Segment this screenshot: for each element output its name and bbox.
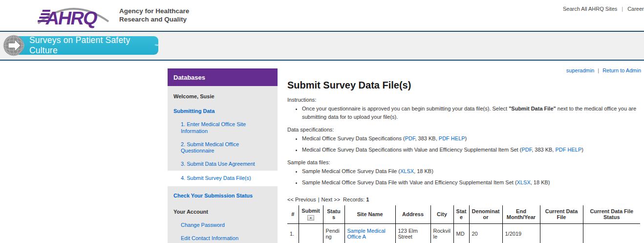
sample-files-list: Sample Medical Office Survey Data File (… — [287, 167, 641, 186]
ahrq-logo-icon: AHRQ — [35, 2, 113, 29]
sidebar-item-submitting-data[interactable]: Submitting Data — [168, 105, 278, 118]
admin-bar-divider: | — [598, 67, 599, 73]
sidebar-item-edit-contact-info[interactable]: Edit Contact Information — [168, 232, 278, 243]
main-content: superadmin|Return to Admin Submit Survey… — [287, 67, 641, 243]
sidebar-item-enter-site-info[interactable]: 1. Enter Medical Office Site Information — [168, 118, 278, 137]
column-header-denominator: Denominator — [469, 205, 502, 223]
sidebar-welcome-text: Welcome, Susie — [168, 89, 278, 103]
sidebar-nav: Databases Welcome, Susie Submitting Data… — [168, 68, 278, 243]
ahrq-tagline: Agency for Healthcare Research and Quali… — [119, 7, 189, 24]
change-password-link[interactable]: Change Password — [181, 222, 225, 228]
submit-questionnaire-link[interactable]: 2. Submit Medical Office Questionnaire — [181, 141, 239, 154]
sidebar-item-change-password[interactable]: Change Password — [168, 219, 278, 232]
sidebar-item-submit-dua[interactable]: 3. Submit Data Use Agreement — [168, 157, 278, 171]
xlsx-link[interactable]: XLSX — [400, 168, 414, 174]
column-header-submit: Submit▲ — [299, 205, 323, 223]
cell-site-name: Sample Medical Office A — [344, 223, 395, 243]
sops-banner-title: Surveys on Patient Safety Culture™ — [15, 36, 158, 55]
cell-address: 123 Elm Street — [395, 223, 430, 243]
data-specs-item: Medical Office Survey Data Specification… — [302, 134, 641, 143]
table-row: 1. Pending Sample Medical Office A 123 E… — [287, 223, 640, 243]
sidebar-header-databases: Databases — [168, 68, 278, 86]
column-header-end-month-year: End Month/Year — [502, 205, 540, 223]
sidebar-body: Welcome, Susie Submitting Data 1. Enter … — [168, 86, 278, 243]
column-header-state: State — [453, 205, 469, 223]
submit-dua-link[interactable]: 3. Submit Data Use Agreement — [181, 161, 255, 167]
superadmin-link[interactable]: superadmin — [566, 67, 594, 73]
cell-current-data-file — [540, 223, 583, 243]
records-count: 1 — [366, 197, 369, 202]
column-header-address: Address — [395, 205, 430, 223]
header-utility-links: Search All AHRQ Sites|Careers|C — [563, 6, 644, 12]
search-all-ahrq-sites-link[interactable]: Search All AHRQ Sites — [563, 6, 617, 12]
cell-city: Rockville — [430, 223, 453, 243]
top-header: AHRQ Agency for Healthcare Research and … — [0, 0, 644, 32]
pagination-divider: | — [318, 197, 320, 202]
pdf-link[interactable]: PDF — [405, 135, 415, 141]
svg-text:AHRQ: AHRQ — [44, 7, 99, 28]
sops-banner-band: Surveys on Patient Safety Culture™ — [0, 32, 644, 61]
column-header-current-data-file: Current Data File — [540, 205, 583, 223]
instructions-list: Once your questionnaire is approved you … — [287, 105, 641, 121]
sample-files-item: Sample Medical Office Survey Data File (… — [302, 167, 641, 176]
sample-files-heading: Sample data files: — [287, 159, 641, 165]
table-header-row: # Submit▲ Status Site Name Address City … — [287, 205, 640, 223]
return-to-admin-link[interactable]: Return to Admin — [602, 67, 641, 73]
pagination-top: << Previous|Next >>Records: 1 — [287, 197, 641, 202]
link-divider: | — [622, 6, 623, 12]
cell-current-data-file-status — [583, 223, 640, 243]
column-header-city: City — [430, 205, 453, 223]
sidebar-item-check-submission-status[interactable]: Check Your Submission Status — [168, 189, 278, 202]
column-header-status: Status — [323, 205, 344, 223]
globe-arrow-icon — [3, 35, 24, 56]
sidebar-heading-your-account: Your Account — [168, 205, 278, 219]
cell-state: MD — [453, 223, 469, 243]
edit-contact-info-link[interactable]: Edit Contact Information — [181, 235, 238, 241]
submit-data-file-bold: "Submit Data File" — [509, 106, 556, 111]
column-header-num: # — [287, 205, 299, 223]
column-header-site-name: Site Name — [344, 205, 395, 223]
careers-link[interactable]: Careers — [627, 6, 644, 12]
data-specs-item: Medical Office Survey Data Specification… — [302, 146, 641, 154]
instructions-bullet: Once your questionnaire is approved you … — [302, 105, 641, 121]
pdf-help-link[interactable]: PDF HELP — [439, 135, 465, 141]
pdf-link[interactable]: PDF — [521, 147, 532, 153]
cell-end-month-year: 1/2019 — [502, 223, 540, 243]
enter-site-info-link[interactable]: 1. Enter Medical Office Site Information — [181, 121, 246, 133]
cell-submit — [299, 223, 323, 243]
ahrq-logo[interactable]: AHRQ Agency for Healthcare Research and … — [35, 2, 189, 29]
check-submission-status-link[interactable]: Check Your Submission Status — [173, 193, 253, 199]
site-name-link[interactable]: Sample Medical Office A — [347, 228, 386, 240]
instructions-heading: Instructions: — [287, 97, 641, 103]
cell-num: 1. — [287, 223, 299, 243]
trademark-symbol: ™ — [154, 44, 158, 48]
pdf-help-link[interactable]: PDF HELP — [555, 147, 581, 153]
submitting-data-link[interactable]: Submitting Data — [173, 108, 215, 114]
records-label: Records: — [343, 197, 365, 202]
xlsx-link[interactable]: XLSX — [517, 179, 531, 185]
sort-ascending-icon[interactable]: ▲ — [307, 215, 314, 221]
next-page-link[interactable]: Next >> — [322, 197, 341, 202]
data-specs-heading: Data specifications: — [287, 127, 641, 133]
column-header-current-data-file-status: Current Data File Status — [583, 205, 640, 223]
sidebar-item-submit-questionnaire[interactable]: 2. Submit Medical Office Questionnaire — [168, 138, 278, 157]
cell-status: Pending — [323, 223, 344, 243]
sample-files-item: Sample Medical Office Survey Data File w… — [302, 178, 641, 187]
previous-page-link[interactable]: << Previous — [287, 197, 316, 202]
sidebar-item-submit-data-files-active[interactable]: 4. Submit Survey Data File(s) — [168, 171, 278, 186]
page-title: Submit Survey Data File(s) — [287, 80, 641, 91]
survey-data-table: # Submit▲ Status Site Name Address City … — [287, 205, 640, 243]
admin-bar: superadmin|Return to Admin — [287, 67, 641, 74]
cell-denominator: 20 — [469, 223, 502, 243]
data-specs-list: Medical Office Survey Data Specification… — [287, 134, 641, 154]
submit-data-files-link[interactable]: 4. Submit Survey Data File(s) — [181, 175, 251, 181]
